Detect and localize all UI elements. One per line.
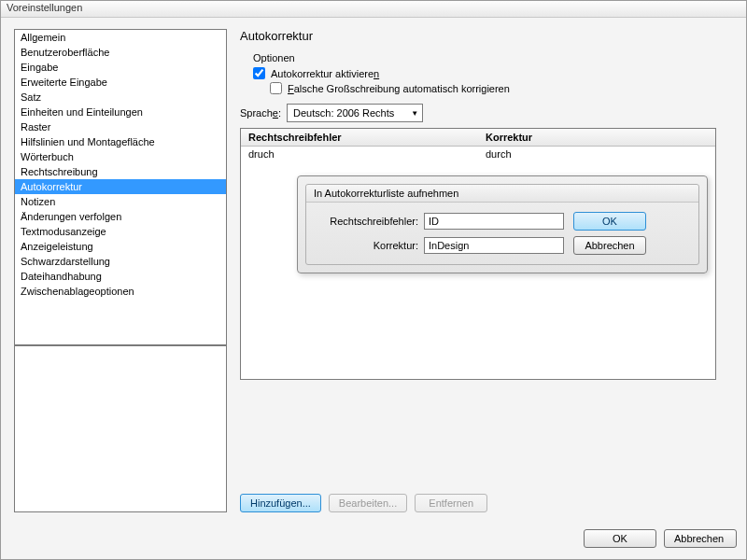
options-label: Optionen bbox=[240, 52, 737, 63]
sidebar-item-satz[interactable]: Satz bbox=[15, 90, 226, 105]
cell-correction: durch bbox=[478, 147, 715, 161]
language-value: Deutsch: 2006 Rechts bbox=[293, 107, 394, 119]
sidebar-item-raster[interactable]: Raster bbox=[15, 119, 226, 134]
language-label: Sprache: bbox=[240, 107, 281, 119]
modal-title: In Autokorrekturliste aufnehmen bbox=[306, 185, 698, 203]
edit-button[interactable]: Bearbeiten... bbox=[329, 494, 407, 512]
enable-autocorrect-label: Autokorrektur aktivieren bbox=[271, 68, 379, 79]
fix-caps-checkbox[interactable] bbox=[270, 82, 282, 94]
sidebar-item-erweiterte-eingabe[interactable]: Erweiterte Eingabe bbox=[15, 75, 226, 90]
sidebar-item-schwarzdarstellung[interactable]: Schwarzdarstellung bbox=[15, 254, 226, 269]
fix-caps-label: Falsche Großschreibung automatisch korri… bbox=[288, 83, 510, 94]
sidebar-item-rechtschreibung[interactable]: Rechtschreibung bbox=[15, 164, 226, 179]
sidebar-item--nderungen-verfolgen[interactable]: Änderungen verfolgen bbox=[15, 209, 226, 224]
sidebar-item-hilfslinien-und-montagefl-che[interactable]: Hilfslinien und Montagefläche bbox=[15, 134, 226, 149]
cell-error: druch bbox=[241, 147, 478, 161]
sidebar-item-zwischenablageoptionen[interactable]: Zwischenablageoptionen bbox=[15, 284, 226, 299]
sidebar-item-notizen[interactable]: Notizen bbox=[15, 194, 226, 209]
language-dropdown[interactable]: Deutsch: 2006 Rechts ▼ bbox=[287, 104, 423, 122]
sidebar-item-autokorrektur[interactable]: Autokorrektur bbox=[15, 179, 226, 194]
table-header-error: Rechtschreibfehler bbox=[241, 129, 478, 146]
sidebar-item-eingabe[interactable]: Eingabe bbox=[15, 60, 226, 75]
chevron-down-icon: ▼ bbox=[411, 109, 418, 118]
sidebar-item-dateihandhabung[interactable]: Dateihandhabung bbox=[15, 269, 226, 284]
sidebar-item-textmodusanzeige[interactable]: Textmodusanzeige bbox=[15, 224, 226, 239]
sidebar-item-w-rterbuch[interactable]: Wörterbuch bbox=[15, 149, 226, 164]
field-error-label: Rechtschreibfehler: bbox=[316, 216, 418, 227]
enable-autocorrect-checkbox[interactable] bbox=[253, 67, 265, 79]
sidebar-item-benutzeroberfl-che[interactable]: Benutzeroberfläche bbox=[15, 45, 226, 60]
corrections-table[interactable]: Rechtschreibfehler Korrektur druch durch… bbox=[240, 128, 716, 380]
sidebar-item-anzeigeleistung[interactable]: Anzeigeleistung bbox=[15, 239, 226, 254]
field-error-input[interactable] bbox=[424, 213, 564, 230]
category-list[interactable]: AllgemeinBenutzeroberflächeEingabeErweit… bbox=[14, 29, 227, 345]
sidebar-item-einheiten-und-einteilungen[interactable]: Einheiten und Einteilungen bbox=[15, 105, 226, 119]
page-title: Autokorrektur bbox=[240, 29, 737, 43]
field-correction-label: Korrektur: bbox=[316, 240, 418, 251]
table-header-correction: Korrektur bbox=[478, 129, 715, 146]
window-title: Voreinstellungen bbox=[1, 1, 746, 18]
dialog-cancel-button[interactable]: Abbrechen bbox=[664, 529, 737, 548]
remove-button[interactable]: Entfernen bbox=[415, 494, 487, 512]
preferences-dialog: Voreinstellungen AllgemeinBenutzeroberfl… bbox=[0, 0, 747, 560]
add-button[interactable]: Hinzufügen... bbox=[240, 494, 321, 512]
field-correction-input[interactable] bbox=[424, 237, 564, 254]
preview-box bbox=[14, 345, 227, 512]
modal-cancel-button[interactable]: Abbrechen bbox=[573, 236, 646, 255]
dialog-ok-button[interactable]: OK bbox=[584, 529, 656, 548]
sidebar-item-allgemein[interactable]: Allgemein bbox=[15, 30, 226, 45]
add-entry-modal: In Autokorrekturliste aufnehmen Rechtsch… bbox=[297, 175, 708, 273]
table-row[interactable]: druch durch bbox=[241, 147, 715, 161]
modal-ok-button[interactable]: OK bbox=[573, 212, 646, 231]
